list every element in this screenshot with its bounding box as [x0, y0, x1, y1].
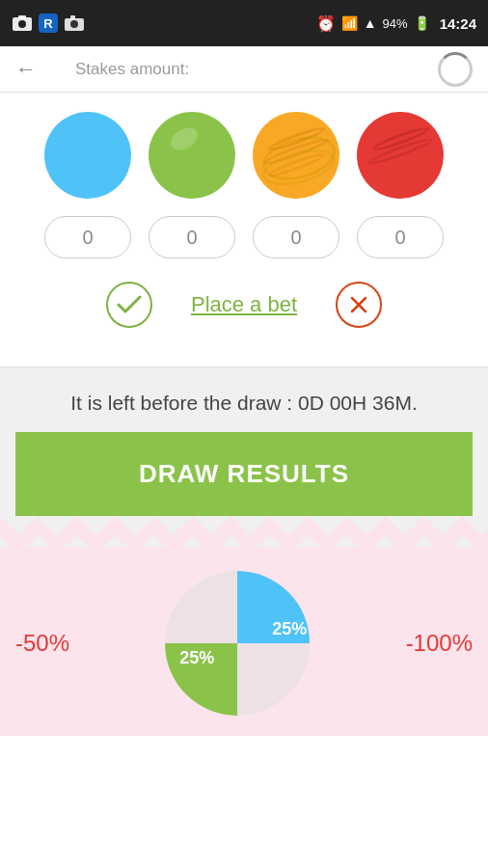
svg-point-4 [70, 20, 78, 28]
ball-orange[interactable] [253, 112, 339, 199]
ball-green[interactable] [149, 112, 235, 199]
bet-row: Place a bet [15, 282, 473, 328]
confirm-icon[interactable] [106, 282, 152, 328]
ball-blue[interactable] [44, 112, 131, 199]
status-bar-right: ⏰ 📶 ▲ 94% 🔋 14:24 [316, 14, 476, 33]
zigzag-separator [0, 516, 488, 547]
spinner [438, 52, 473, 87]
battery-percent: 94% [383, 16, 408, 31]
battery-icon: 🔋 [414, 15, 430, 31]
r-icon: R [39, 14, 58, 33]
main-content: 0 0 0 0 Place a bet [0, 93, 488, 366]
camera-icon [64, 13, 85, 34]
stat-right-percent: -100% [406, 630, 473, 657]
countdown-text: It is left before the draw : 0D 00H 36M. [15, 389, 473, 417]
stat-left-percent: -50% [15, 630, 69, 657]
stats-section: -50% 25% 25% -100% [0, 547, 488, 736]
pie-label-blue: 25% [272, 619, 307, 639]
time-display: 14:24 [440, 15, 476, 32]
svg-point-1 [18, 20, 26, 28]
draw-results-button[interactable]: DRAW RESULTS [15, 432, 473, 516]
wifi-icon: 📶 [341, 15, 358, 31]
photo-icon [12, 13, 33, 34]
stakes-label: Stakes amount: [75, 60, 189, 79]
pie-chart: 25% 25% [160, 566, 314, 720]
number-input-3[interactable]: 0 [253, 216, 339, 258]
numbers-row: 0 0 0 0 [15, 216, 473, 258]
cancel-icon[interactable] [336, 282, 382, 328]
signal-icon: ▲ [364, 15, 377, 31]
balls-row [15, 112, 473, 199]
status-bar: R ⏰ 📶 ▲ 94% 🔋 14:24 [0, 0, 488, 46]
number-input-2[interactable]: 0 [149, 216, 235, 258]
place-bet-button[interactable]: Place a bet [191, 292, 297, 317]
alarm-icon: ⏰ [316, 14, 336, 33]
number-input-4[interactable]: 0 [357, 216, 444, 258]
ball-red[interactable] [357, 112, 444, 199]
pie-label-green: 25% [179, 648, 214, 668]
countdown-section: It is left before the draw : 0D 00H 36M.… [0, 367, 488, 516]
status-bar-left: R [12, 13, 85, 34]
svg-rect-2 [18, 15, 26, 18]
number-input-1[interactable]: 0 [44, 216, 131, 258]
header-strip: ← Stakes amount: [0, 46, 488, 93]
svg-rect-5 [70, 15, 75, 19]
back-button[interactable]: ← [15, 57, 37, 82]
